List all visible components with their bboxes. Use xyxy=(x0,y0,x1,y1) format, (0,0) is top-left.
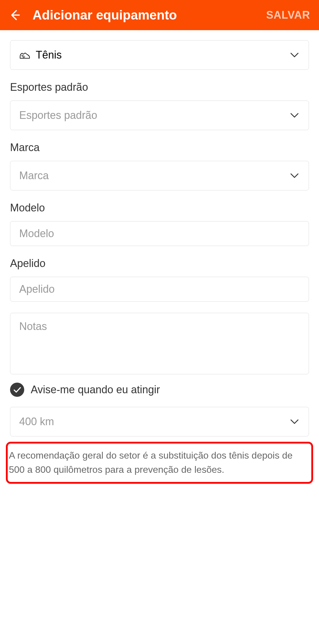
notify-checkbox-row: Avise-me quando eu atingir xyxy=(10,383,309,397)
recommendation-highlight: A recomendação geral do setor é a substi… xyxy=(6,442,313,484)
model-label: Modelo xyxy=(10,202,309,214)
chevron-down-icon xyxy=(289,170,300,181)
nickname-input[interactable]: Apelido xyxy=(10,277,309,302)
recommendation-text: A recomendação geral do setor é a substi… xyxy=(9,448,310,477)
page-title: Adicionar equipamento xyxy=(32,8,177,22)
equipment-type-value: Tênis xyxy=(36,49,62,61)
distance-dropdown[interactable]: 400 km xyxy=(10,407,309,436)
save-button[interactable]: SALVAR xyxy=(266,9,310,21)
shoe-icon xyxy=(19,49,30,61)
chevron-down-icon xyxy=(289,50,300,60)
brand-placeholder: Marca xyxy=(19,169,49,182)
brand-dropdown[interactable]: Marca xyxy=(10,161,309,190)
back-icon[interactable] xyxy=(9,9,21,21)
default-sports-placeholder: Esportes padrão xyxy=(19,109,97,122)
distance-value: 400 km xyxy=(19,415,54,428)
header: Adicionar equipamento SALVAR xyxy=(0,0,319,30)
notify-label: Avise-me quando eu atingir xyxy=(31,384,160,396)
dropdown-left: Tênis xyxy=(19,49,62,61)
brand-label: Marca xyxy=(10,141,309,154)
model-input[interactable]: Modelo xyxy=(10,221,309,246)
default-sports-dropdown[interactable]: Esportes padrão xyxy=(10,101,309,130)
model-placeholder: Modelo xyxy=(19,227,54,240)
nickname-placeholder: Apelido xyxy=(19,283,55,295)
chevron-down-icon xyxy=(289,110,300,121)
nickname-label: Apelido xyxy=(10,257,309,270)
default-sports-label: Esportes padrão xyxy=(10,81,309,93)
content: Tênis Esportes padrão Esportes padrão Ma… xyxy=(0,30,319,494)
header-left: Adicionar equipamento xyxy=(9,8,177,22)
equipment-type-dropdown[interactable]: Tênis xyxy=(10,40,309,70)
notes-placeholder: Notas xyxy=(19,320,300,333)
notes-textarea[interactable]: Notas xyxy=(10,313,309,374)
notify-checkbox[interactable] xyxy=(10,383,24,397)
chevron-down-icon xyxy=(289,416,300,427)
